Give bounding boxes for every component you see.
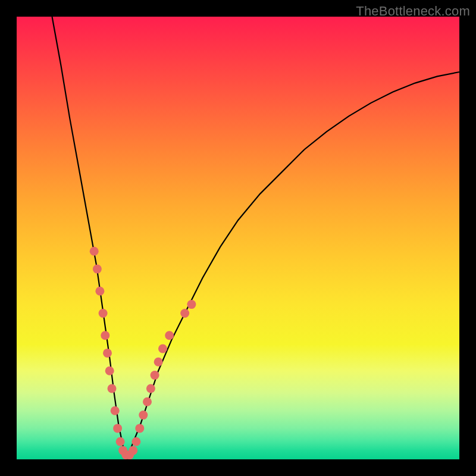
scatter-point (108, 384, 117, 393)
scatter-point (105, 367, 114, 375)
scatter-point (90, 247, 99, 256)
scatter-point (111, 406, 120, 415)
watermark-text: TheBottleneck.com (356, 4, 470, 19)
chart-svg (17, 17, 459, 459)
scatter-point (103, 349, 112, 358)
scatter-point (139, 411, 148, 419)
chart-plot-area (17, 17, 459, 459)
scatter-point (146, 384, 155, 393)
scatter-points (90, 247, 196, 459)
scatter-point (187, 300, 196, 309)
scatter-point (99, 309, 108, 318)
scatter-point (101, 331, 109, 340)
bottleneck-curve (52, 17, 460, 459)
scatter-point (93, 265, 102, 274)
scatter-point (116, 437, 125, 446)
scatter-point (165, 331, 174, 340)
scatter-point (151, 371, 159, 380)
scatter-point (131, 437, 140, 446)
scatter-point (95, 287, 104, 296)
scatter-point (154, 358, 163, 367)
scatter-point (113, 424, 122, 433)
scatter-point (135, 424, 144, 433)
scatter-point (129, 446, 137, 455)
scatter-point (143, 397, 152, 406)
scatter-point (158, 345, 167, 353)
scatter-point (180, 309, 189, 318)
